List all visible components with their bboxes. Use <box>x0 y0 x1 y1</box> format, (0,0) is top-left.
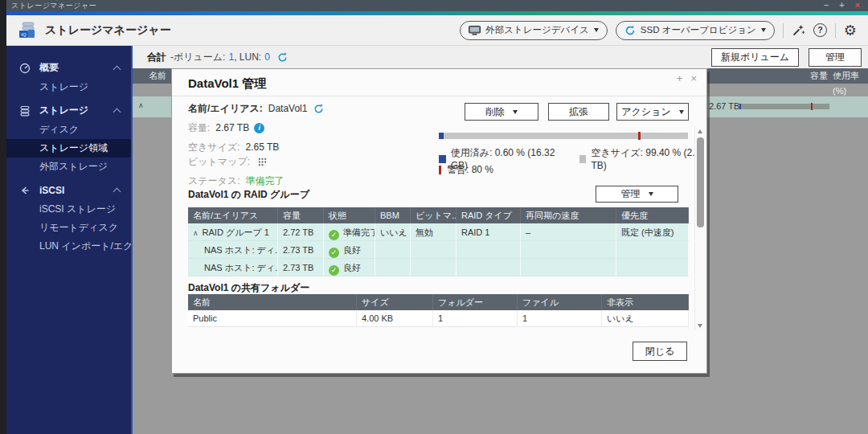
check-circle-icon: ✓ <box>329 230 339 240</box>
raid-resync-speed: – <box>521 223 616 241</box>
sidebar-section-storage[interactable]: ストレージ <box>6 100 131 121</box>
manage-button[interactable]: 管理 <box>809 48 862 67</box>
dialog-title: DataVol1 管理 <box>188 76 266 92</box>
warning-legend-label: 警告: 80 % <box>447 163 493 177</box>
usage-used-segment <box>439 133 444 139</box>
bitmap-label: ビットマップ: <box>188 155 250 168</box>
sidebar-item-iscsi-storage[interactable]: iSCSI ストレージ <box>6 200 131 219</box>
delete-button[interactable]: 削除 <box>465 103 538 121</box>
disk-capacity: 2.73 TB <box>278 259 324 276</box>
close-label: 閉じる <box>645 345 675 358</box>
scroll-down-icon[interactable] <box>698 324 702 328</box>
raid-table-row[interactable]: ∧RAID グループ 1 2.72 TB ✓準備完了 いいえ 無効 RAID 1… <box>188 223 689 241</box>
divider <box>172 96 706 96</box>
accent-gradient-bar <box>0 11 868 15</box>
raid-section-title: DataVol1 の RAID グループ <box>188 188 309 202</box>
expand-caret-icon[interactable]: ∧ <box>193 229 199 237</box>
name-alias-value: DataVol1 <box>268 102 308 115</box>
usage-bar <box>439 133 688 139</box>
dialog-close-icon[interactable]: × <box>690 72 697 84</box>
chevron-down-icon <box>761 28 766 32</box>
ssd-overprovision-button[interactable]: SSD オーバープロビジョン <box>616 21 775 40</box>
column-name: 名前 <box>133 71 166 80</box>
usage-warning-tick <box>811 103 813 110</box>
sidebar-item-remote-disk[interactable]: リモートディスク <box>6 219 131 237</box>
raid-manage-dropdown[interactable]: 管理 <box>596 186 678 203</box>
col-name: 名前 <box>188 294 357 310</box>
raid-manage-label: 管理 <box>621 187 641 201</box>
scroll-up-icon[interactable] <box>698 129 702 133</box>
window-title: ストレージマネージャー <box>0 0 868 11</box>
raid-bbm: いいえ <box>375 223 411 241</box>
raid-group-table: 名前/エイリアス 容量 状態 BBM ビットマ... RAID タイプ 再同期の… <box>188 207 689 276</box>
status-label: ステータス: <box>188 174 240 187</box>
info-icon[interactable]: i <box>254 123 264 133</box>
sidebar-section-iscsi[interactable]: iSCSI <box>6 180 131 200</box>
app-header: IQ ストレージマネージャー 外部ストレージデバイス SSD オーバープロビジョ… <box>0 15 868 46</box>
window-titlebar: ストレージマネージャー – + × <box>0 0 868 11</box>
gauge-icon <box>19 63 32 74</box>
folder-count: 1 <box>433 310 518 327</box>
volume-label: -ボリューム: <box>170 51 225 64</box>
status-value: 準備完了 <box>245 174 284 187</box>
scrollbar-thumb[interactable] <box>697 137 704 227</box>
chevron-up-icon <box>113 108 121 116</box>
col-status: 状態 <box>324 207 375 223</box>
sidebar-item-storage-space[interactable]: ストレージ領域 <box>6 139 131 158</box>
screen-left-edge <box>0 0 6 434</box>
external-storage-device-label: 外部ストレージデバイス <box>485 24 589 36</box>
folder-name: Public <box>188 310 357 327</box>
maximize-icon[interactable]: + <box>839 0 844 10</box>
raid-priority: 既定 (中速度) <box>616 223 689 241</box>
close-window-icon[interactable]: × <box>855 0 860 10</box>
check-circle-icon: ✓ <box>329 265 339 276</box>
usage-warning-marker <box>638 132 641 140</box>
app-title: ストレージマネージャー <box>45 23 171 38</box>
chevron-down-icon <box>594 28 599 32</box>
col-capacity: 容量 <box>278 207 324 223</box>
expand-button[interactable]: 拡張 <box>548 103 609 121</box>
col-files: ファイル <box>518 294 602 310</box>
sidebar-item-lun-import-export[interactable]: LUN インポート/エクスポ... <box>6 237 131 256</box>
sidebar-section-label: iSCSI <box>39 185 64 196</box>
sidebar-item-external-storage[interactable]: 外部ストレージ <box>6 158 131 176</box>
minimize-icon[interactable]: – <box>824 0 829 10</box>
raid-table-row[interactable]: NAS ホスト: ディ... 2.73 TB ✓良好 <box>188 259 689 276</box>
disk-name: NAS ホスト: ディ... <box>204 245 278 255</box>
dialog-scrollbar[interactable] <box>694 127 706 330</box>
lun-count: 0 <box>264 51 270 63</box>
new-volume-button[interactable]: 新規ボリューム <box>711 48 799 67</box>
free-legend-swatch <box>579 155 587 163</box>
warning-legend-swatch <box>439 166 441 174</box>
total-label: 合計 <box>147 51 166 64</box>
external-storage-device-button[interactable]: 外部ストレージデバイス <box>460 21 608 40</box>
expand-caret-icon[interactable]: ∧ <box>138 101 144 109</box>
raid-table-header: 名前/エイリアス 容量 状態 BBM ビットマ... RAID タイプ 再同期の… <box>188 207 689 223</box>
sidebar-section-overview[interactable]: 概要 <box>6 58 131 78</box>
col-bbm: BBM <box>375 207 411 223</box>
lun-label: , LUN: <box>234 51 261 63</box>
chevron-down-icon <box>513 110 518 114</box>
col-bitmap: ビットマ... <box>411 207 457 223</box>
refresh-icon[interactable] <box>313 104 324 114</box>
close-button[interactable]: 閉じる <box>633 342 687 361</box>
chevron-down-icon <box>679 110 684 114</box>
disk-name: NAS ホスト: ディ... <box>204 263 278 272</box>
gear-icon[interactable]: ⚙ <box>844 23 857 39</box>
chevron-down-icon <box>649 192 653 196</box>
raid-table-row[interactable]: NAS ホスト: ディ... 2.73 TB ✓良好 <box>188 241 689 259</box>
action-button[interactable]: アクション <box>616 103 689 121</box>
shared-folder-table: 名前 サイズ フォルダー ファイル 非表示 Public 4.00 KB 1 1… <box>188 294 689 327</box>
raid-status: 準備完了 <box>343 227 375 237</box>
folder-table-row[interactable]: Public 4.00 KB 1 1 いいえ <box>188 310 689 327</box>
sidebar-item-storage-overview[interactable]: ストレージ <box>6 78 131 96</box>
dialog-detach-icon[interactable]: + <box>677 72 683 84</box>
col-resync-speed: 再同期の速度 <box>521 207 616 223</box>
column-capacity: 容量 <box>810 68 828 84</box>
help-icon[interactable]: ? <box>813 23 827 37</box>
sidebar-item-disks[interactable]: ディスク <box>6 121 131 139</box>
datavol-manage-dialog: DataVol1 管理 + × 名前/エイリアス: DataVol1 容量: 2… <box>171 68 707 374</box>
capacity-label: 容量: <box>188 121 210 134</box>
smart-wand-icon[interactable] <box>792 23 805 37</box>
refresh-icon[interactable] <box>277 52 288 63</box>
